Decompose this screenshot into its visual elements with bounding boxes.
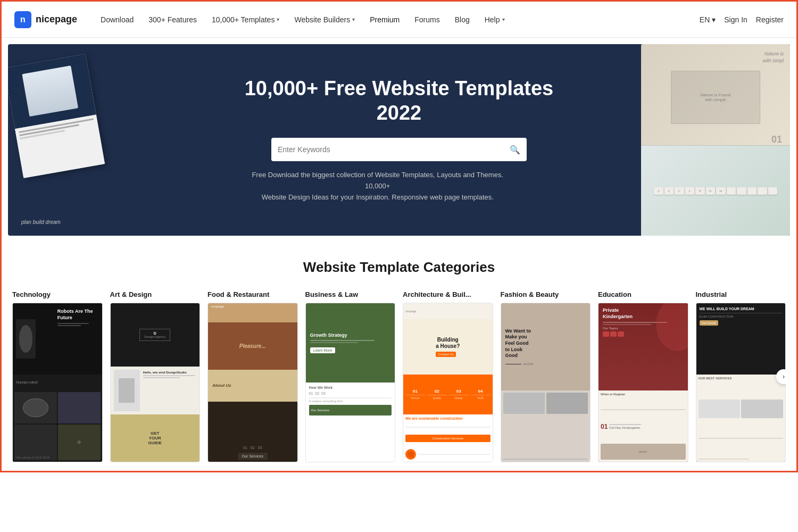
category-label-education: Education: [598, 290, 688, 298]
nav-download[interactable]: Download: [94, 11, 140, 28]
category-food: Food & Restaurant nicepage Pleasure... A…: [207, 290, 298, 462]
category-art: Art & Design D Design Agency: [110, 290, 201, 462]
hero-right-decor: Nature iswith simpl 01 Nature is Foundwi…: [630, 44, 790, 236]
nav-register[interactable]: Register: [756, 15, 784, 24]
category-thumb-industrial[interactable]: WE WILL BUILD YOUR DREAM ELIM CONSTRUCTI…: [696, 303, 786, 462]
nav-signin[interactable]: Sign In: [724, 15, 747, 24]
search-input[interactable]: [278, 145, 510, 154]
nav-forums[interactable]: Forums: [408, 11, 446, 28]
hero-description: Free Download the biggest collection of …: [245, 170, 511, 203]
navbar: n nicepage Download 300+ Features 10,000…: [2, 2, 796, 38]
category-label-food: Food & Restaurant: [207, 290, 298, 298]
logo[interactable]: n nicepage: [14, 11, 77, 28]
category-education: Education PrivateKindergarten Our Topics: [598, 290, 688, 462]
human-robot-text: Human-robot: [16, 380, 38, 384]
hero-left-card: [8, 54, 105, 178]
category-thumb-fashion[interactable]: We Want toMake youFeel Goodto LookGood A…: [501, 303, 591, 462]
categories-section: Website Template Categories Technology: [2, 242, 796, 471]
categories-wrapper: Technology Robots Are The Future: [12, 290, 786, 462]
category-label-art: Art & Design: [110, 290, 201, 298]
category-technology: Technology Robots Are The Future: [12, 290, 103, 462]
category-label-industrial: Industrial: [696, 290, 786, 298]
nav-links: Download 300+ Features 10,000+ Templates…: [94, 11, 700, 28]
category-industrial: Industrial WE WILL BUILD YOUR DREAM ELIM…: [696, 290, 786, 462]
templates-chevron-icon: ▾: [277, 16, 279, 22]
hero-right-card: Nature iswith simpl 01 Nature is Foundwi…: [641, 44, 790, 151]
robots-year: The robots of CES 2019: [15, 456, 49, 459]
hero-right-card2: Z X C V B N M: [641, 145, 790, 236]
lang-chevron-icon: ▾: [712, 15, 716, 24]
category-thumb-education[interactable]: PrivateKindergarten Our Topics When: [598, 303, 688, 462]
category-business: Business & Law Growth Strategy Learn Mor…: [305, 290, 396, 462]
categories-grid: Technology Robots Are The Future: [12, 290, 786, 462]
nav-lang[interactable]: EN ▾: [700, 15, 716, 24]
nav-right: EN ▾ Sign In Register: [700, 15, 784, 24]
category-label-fashion: Fashion & Beauty: [501, 290, 591, 298]
category-fashion: Fashion & Beauty We Want toMake youFeel …: [501, 290, 591, 462]
hero-content: 10,000+ Free Website Templates2022 🔍 Fre…: [245, 77, 554, 203]
help-chevron-icon: ▾: [502, 16, 505, 22]
nav-blog[interactable]: Blog: [448, 11, 476, 28]
builders-chevron-icon: ▾: [352, 16, 355, 22]
hero-left-caption: plan build dream: [21, 219, 61, 225]
category-label-technology: Technology: [12, 290, 103, 298]
category-thumb-business[interactable]: Growth Strategy Learn More How We Work 0…: [305, 303, 396, 462]
section-title: Website Template Categories: [12, 259, 786, 276]
logo-icon: n: [14, 11, 31, 28]
hero-search-bar[interactable]: 🔍: [271, 138, 527, 161]
category-thumb-technology[interactable]: Robots Are The Future Human-robot: [12, 303, 103, 462]
category-architecture: Architecture & Buil... nicepage Building…: [403, 290, 493, 462]
hero-title: 10,000+ Free Website Templates2022: [245, 77, 554, 125]
category-label-business: Business & Law: [305, 290, 396, 298]
nav-features[interactable]: 300+ Features: [142, 11, 203, 28]
hero-left-decor: plan build dream: [8, 44, 130, 236]
hero-banner: plan build dream Nature iswith simpl 01 …: [8, 44, 790, 236]
nav-builders[interactable]: Website Builders ▾: [288, 11, 361, 28]
nav-help[interactable]: Help ▾: [478, 11, 511, 28]
search-icon[interactable]: 🔍: [510, 145, 520, 155]
category-thumb-food[interactable]: nicepage Pleasure... About Us 01 02: [207, 303, 298, 462]
category-label-architecture: Architecture & Buil...: [403, 290, 493, 298]
robots-text: Robots Are The Future: [57, 309, 97, 321]
category-thumb-art[interactable]: D Design Agency Hello, wie sind DesignSt…: [110, 303, 201, 462]
logo-text: nicepage: [36, 14, 77, 25]
category-thumb-architecture[interactable]: nicepage Buildinga House? Contact Us 01: [403, 303, 493, 462]
nav-premium[interactable]: Premium: [363, 11, 406, 28]
nav-templates[interactable]: 10,000+ Templates ▾: [205, 11, 286, 28]
